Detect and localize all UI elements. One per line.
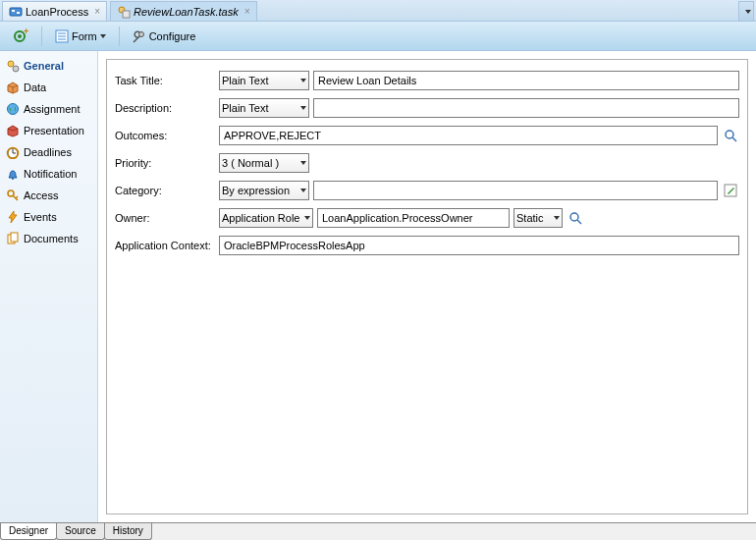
- sidebar-item-label: Deadlines: [24, 146, 72, 158]
- configure-label: Configure: [149, 30, 196, 42]
- svg-line-23: [16, 196, 18, 198]
- chevron-down-icon: [300, 161, 306, 165]
- chevron-down-icon: [745, 10, 751, 14]
- outcomes-input[interactable]: [219, 126, 718, 145]
- configure-button[interactable]: Configure: [126, 26, 203, 47]
- tab-overflow-dropdown[interactable]: [738, 1, 754, 21]
- presentation-icon: [6, 124, 20, 137]
- sidebar-item-label: Access: [24, 189, 58, 201]
- svg-line-27: [732, 137, 736, 141]
- form-dropdown-button[interactable]: Form: [48, 26, 113, 47]
- sidebar-item-label: Notification: [24, 168, 77, 180]
- svg-rect-2: [17, 12, 20, 14]
- form-icon: [55, 29, 69, 43]
- bottom-tab-source[interactable]: Source: [56, 523, 105, 540]
- sidebar-item-label: Assignment: [24, 103, 80, 115]
- tab-loanprocess[interactable]: LoanProcess ×: [2, 1, 107, 21]
- chevron-down-icon: [554, 216, 560, 220]
- tab-label: ReviewLoanTask.task: [134, 6, 239, 18]
- owner-type-select[interactable]: Application Role: [219, 208, 313, 228]
- task-title-label: Task Title:: [115, 75, 219, 86]
- owner-search-button[interactable]: [567, 209, 584, 227]
- sidebar-item-label: Data: [24, 81, 46, 93]
- sidebar-item-label: Presentation: [24, 125, 84, 136]
- owner-mode-select[interactable]: Static: [513, 208, 563, 228]
- gears-icon: [6, 59, 20, 73]
- bottom-tab-designer[interactable]: Designer: [0, 523, 57, 540]
- svg-point-26: [726, 131, 733, 138]
- process-icon: [9, 5, 23, 19]
- svg-point-15: [8, 104, 19, 115]
- chevron-down-icon: [300, 189, 306, 192]
- sidebar-item-label: Events: [24, 211, 57, 223]
- owner-label: Owner:: [115, 212, 219, 224]
- sidebar-item-data[interactable]: Data: [0, 77, 97, 98]
- tab-label: LoanProcess: [26, 6, 88, 18]
- description-input[interactable]: [313, 98, 739, 118]
- description-label: Description:: [115, 102, 219, 114]
- svg-point-13: [8, 61, 14, 67]
- form-label: Form: [72, 30, 97, 42]
- svg-point-20: [12, 178, 14, 180]
- owner-input[interactable]: [317, 208, 510, 228]
- bottom-tab-history[interactable]: History: [104, 523, 152, 540]
- form-panel: Task Title: Plain Text Description: Plai…: [106, 59, 748, 514]
- sidebar-item-access[interactable]: Access: [0, 185, 97, 206]
- bottom-tab-bar: Designer Source History: [0, 522, 756, 540]
- sidebar-item-assignment[interactable]: Assignment: [0, 98, 97, 120]
- edit-icon: [724, 184, 737, 197]
- outcomes-label: Outcomes:: [115, 130, 219, 141]
- add-gear-button[interactable]: +: [6, 25, 35, 48]
- chevron-down-icon: [100, 34, 106, 38]
- sidebar-item-deadlines[interactable]: Deadlines: [0, 141, 97, 163]
- key-icon: [6, 189, 20, 202]
- chevron-down-icon: [304, 216, 310, 220]
- close-icon[interactable]: ×: [94, 6, 100, 17]
- bell-icon: [6, 167, 20, 181]
- svg-point-12: [138, 31, 143, 36]
- wrench-icon: [133, 29, 146, 43]
- outcomes-search-button[interactable]: [722, 127, 739, 144]
- sidebar: General Data Assignment Presentation Dea…: [0, 51, 98, 522]
- svg-line-30: [577, 220, 581, 224]
- search-icon: [724, 129, 737, 142]
- category-input[interactable]: [313, 181, 718, 200]
- svg-rect-4: [123, 11, 130, 18]
- svg-point-14: [13, 66, 19, 72]
- app-context-input[interactable]: [219, 236, 739, 255]
- task-icon: [117, 5, 131, 19]
- category-type-select[interactable]: By expression: [219, 181, 309, 200]
- svg-point-6: [18, 34, 22, 38]
- lightning-icon: [6, 210, 20, 224]
- app-context-label: Application Context:: [115, 240, 219, 251]
- sidebar-item-general[interactable]: General: [0, 55, 97, 77]
- editor-tab-bar: LoanProcess × ReviewLoanTask.task ×: [0, 0, 756, 22]
- sidebar-item-events[interactable]: Events: [0, 206, 97, 228]
- globe-icon: [6, 102, 20, 116]
- chevron-down-icon: [300, 106, 306, 110]
- priority-select[interactable]: 3 ( Normal ): [219, 153, 309, 173]
- priority-label: Priority:: [115, 157, 219, 169]
- task-title-input[interactable]: [313, 71, 739, 90]
- search-icon: [568, 211, 582, 225]
- box-icon: [6, 81, 20, 94]
- sidebar-item-label: Documents: [24, 233, 79, 244]
- svg-rect-1: [12, 10, 15, 12]
- toolbar: + Form Configure: [0, 22, 756, 51]
- sidebar-item-notification[interactable]: Notification: [0, 163, 97, 185]
- tab-reviewloantask[interactable]: ReviewLoanTask.task ×: [110, 1, 256, 21]
- clock-icon: [6, 145, 20, 159]
- category-label: Category:: [115, 185, 219, 196]
- task-title-type-select[interactable]: Plain Text: [219, 71, 309, 90]
- category-edit-button[interactable]: [722, 182, 739, 199]
- chevron-down-icon: [300, 79, 306, 82]
- svg-rect-25: [11, 233, 18, 242]
- sidebar-item-presentation[interactable]: Presentation: [0, 120, 97, 141]
- svg-point-29: [570, 213, 578, 221]
- sidebar-item-label: General: [24, 60, 64, 72]
- svg-rect-0: [10, 8, 22, 16]
- description-type-select[interactable]: Plain Text: [219, 98, 309, 118]
- documents-icon: [6, 232, 20, 245]
- close-icon[interactable]: ×: [244, 6, 250, 17]
- sidebar-item-documents[interactable]: Documents: [0, 228, 97, 249]
